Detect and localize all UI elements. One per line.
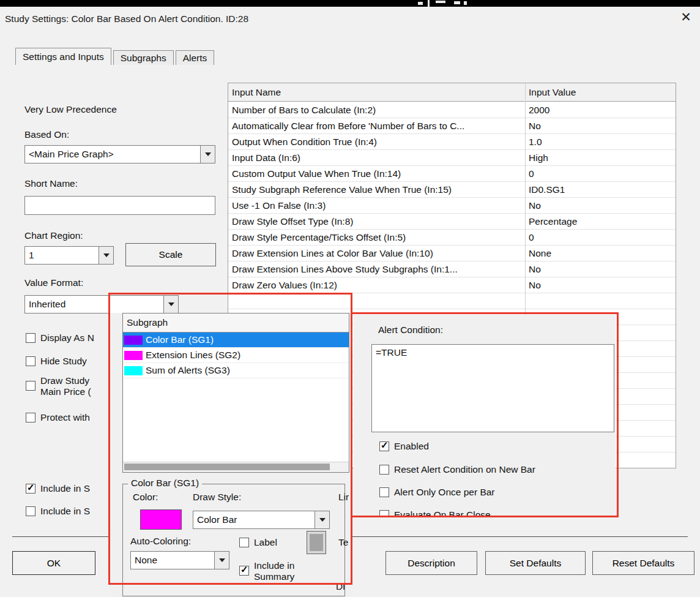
description-button[interactable]: Description <box>385 551 477 575</box>
table-row[interactable]: Study Subgraph Reference Value When True… <box>228 182 676 198</box>
scale-button[interactable]: Scale <box>125 243 216 266</box>
top-artifact <box>464 1 467 5</box>
checkbox-include-in-summary[interactable]: Include inSummary <box>239 560 294 582</box>
checkbox[interactable] <box>26 413 35 422</box>
close-icon[interactable]: ✕ <box>677 9 695 26</box>
alert-option-checkbox[interactable]: Enabled <box>379 441 429 452</box>
table-row[interactable]: Draw Style Percentage/Ticks Offset (In:5… <box>228 230 676 246</box>
checkbox[interactable] <box>26 506 35 516</box>
checkbox-include-2[interactable]: Include in S <box>26 506 90 517</box>
table-row[interactable]: Number of Bars to Calculate (In:2)2000 <box>228 102 676 118</box>
line-label-partial: Lir <box>338 492 349 503</box>
chevron-down-icon[interactable] <box>315 511 329 528</box>
checkbox-label: Protect with <box>40 412 90 423</box>
input-name-cell: Draw Extension Lines at Color Bar Value … <box>228 246 525 261</box>
checkbox-label: Evaluate On Bar Close <box>394 509 491 517</box>
table-row[interactable]: Draw Style Offset Type (In:8)Percentage <box>228 214 676 230</box>
short-name-label: Short Name: <box>24 178 78 189</box>
input-name-cell: Draw Extension Lines Above Study Subgrap… <box>228 261 525 277</box>
alert-option-checkbox[interactable]: Alert Only Once per Bar <box>379 487 495 498</box>
chevron-down-icon[interactable] <box>200 146 215 163</box>
scrollbar-thumb[interactable] <box>124 464 330 470</box>
based-on-dropdown[interactable]: <Main Price Graph> <box>24 145 215 163</box>
checkbox-label: Draw StudyMain Price ( <box>40 375 91 397</box>
checkbox-protect-with[interactable]: Protect with <box>26 412 90 423</box>
primary-color-swatch-button[interactable] <box>140 509 182 530</box>
table-row[interactable]: Draw Extension Lines Above Study Subgrap… <box>228 261 676 277</box>
checkbox[interactable] <box>379 487 389 497</box>
checkbox[interactable] <box>26 484 35 494</box>
auto-coloring-value: None <box>131 552 214 569</box>
value-format-label: Value Format: <box>24 277 83 288</box>
checkbox-label: Include in S <box>40 506 90 517</box>
checkbox[interactable] <box>379 510 389 517</box>
input-value-cell: 0 <box>525 166 676 182</box>
checkbox-hide-study[interactable]: Hide Study <box>26 356 87 367</box>
table-row[interactable]: Custom Output Value When True (In:14)0 <box>228 166 676 182</box>
secondary-color-button[interactable] <box>307 531 326 554</box>
alert-option-checkbox[interactable]: Evaluate On Bar Close <box>379 509 491 517</box>
checkbox-label: Include in S <box>40 483 90 494</box>
table-row[interactable]: Output When Condition True (In:4)1.0 <box>228 134 676 150</box>
table-row[interactable]: Draw Zero Values (In:12)No <box>228 277 676 293</box>
background-screen-strip <box>0 0 700 7</box>
dialog-title: Study Settings: Color Bar Based On Alert… <box>5 13 248 24</box>
subgraph-color-swatch <box>124 351 143 360</box>
ok-button[interactable]: OK <box>12 551 95 575</box>
reset-defaults-button[interactable]: Reset Defaults <box>592 551 694 575</box>
checkbox-draw-study-main-price[interactable]: Draw StudyMain Price ( <box>26 375 91 397</box>
tab-subgraphs[interactable]: Subgraphs <box>113 50 174 65</box>
checkbox[interactable] <box>379 441 389 451</box>
table-row[interactable]: Draw Extension Lines at Color Bar Value … <box>228 246 676 261</box>
checkbox[interactable] <box>239 566 249 576</box>
input-value-cell: 2000 <box>525 102 676 118</box>
checkbox[interactable] <box>379 465 389 475</box>
top-artifact <box>418 2 423 5</box>
chevron-down-icon[interactable] <box>99 247 113 264</box>
checkbox[interactable] <box>26 356 35 366</box>
draw-style-value: Color Bar <box>193 511 315 528</box>
subgraph-color-swatch <box>124 336 143 345</box>
input-value-cell: No <box>525 198 676 214</box>
groupbox-title: Color Bar (SG1) <box>128 478 202 489</box>
subgraph-listbox: Subgraph Color Bar (SG1)Extension Lines … <box>122 313 349 473</box>
tab-alerts[interactable]: Alerts <box>176 50 215 65</box>
tab-settings-and-inputs[interactable]: Settings and Inputs <box>15 48 111 65</box>
auto-coloring-dropdown[interactable]: None <box>130 551 229 569</box>
subgraph-list-item[interactable]: Extension Lines (SG2) <box>123 348 349 363</box>
checkbox-label: Reset Alert Condition on New Bar <box>394 464 535 475</box>
chart-region-dropdown[interactable]: 1 <box>24 246 114 265</box>
table-row[interactable]: Use -1 On False (In:3)No <box>228 198 676 214</box>
horizontal-scrollbar[interactable] <box>123 462 349 472</box>
alert-option-checkbox[interactable]: Reset Alert Condition on New Bar <box>379 464 535 475</box>
checkbox[interactable] <box>239 538 249 547</box>
set-defaults-button[interactable]: Set Defaults <box>485 551 586 575</box>
draw-style-dropdown[interactable]: Color Bar <box>193 511 330 529</box>
top-artifact <box>428 0 430 7</box>
checkbox-display-as[interactable]: Display As N <box>26 332 94 344</box>
subgraph-item-label: Color Bar (SG1) <box>146 334 214 345</box>
input-value-cell: Percentage <box>525 214 676 230</box>
chevron-down-icon[interactable] <box>163 296 178 313</box>
input-name-cell: Automatically Clear from Before 'Number … <box>228 118 525 134</box>
subgraph-popup: Subgraph Color Bar (SG1)Extension Lines … <box>110 313 351 597</box>
alert-condition-input[interactable]: =TRUE <box>371 344 614 432</box>
checkbox[interactable] <box>26 333 35 343</box>
table-row[interactable]: Input Data (In:6)High <box>228 150 676 166</box>
tab-strip: Settings and Inputs Subgraphs Alerts <box>15 48 216 65</box>
checkbox-include-1[interactable]: Include in S <box>26 483 90 494</box>
value-format-dropdown[interactable]: Inherited <box>24 295 179 314</box>
input-value-header: Input Value <box>525 83 676 101</box>
based-on-value: <Main Price Graph> <box>25 146 200 163</box>
short-name-input[interactable] <box>24 196 215 215</box>
input-value-cell: None <box>525 246 676 261</box>
based-on-label: Based On: <box>24 129 69 140</box>
color-label: Color: <box>133 492 158 503</box>
chevron-down-icon[interactable] <box>214 552 229 569</box>
table-row[interactable]: Automatically Clear from Before 'Number … <box>228 118 676 134</box>
subgraph-list-item[interactable]: Color Bar (SG1) <box>123 332 349 348</box>
input-name-cell: Input Data (In:6) <box>228 150 525 166</box>
subgraph-list-item[interactable]: Sum of Alerts (SG3) <box>123 363 349 378</box>
checkbox[interactable] <box>26 381 35 391</box>
checkbox-label-option[interactable]: Label <box>239 537 277 548</box>
